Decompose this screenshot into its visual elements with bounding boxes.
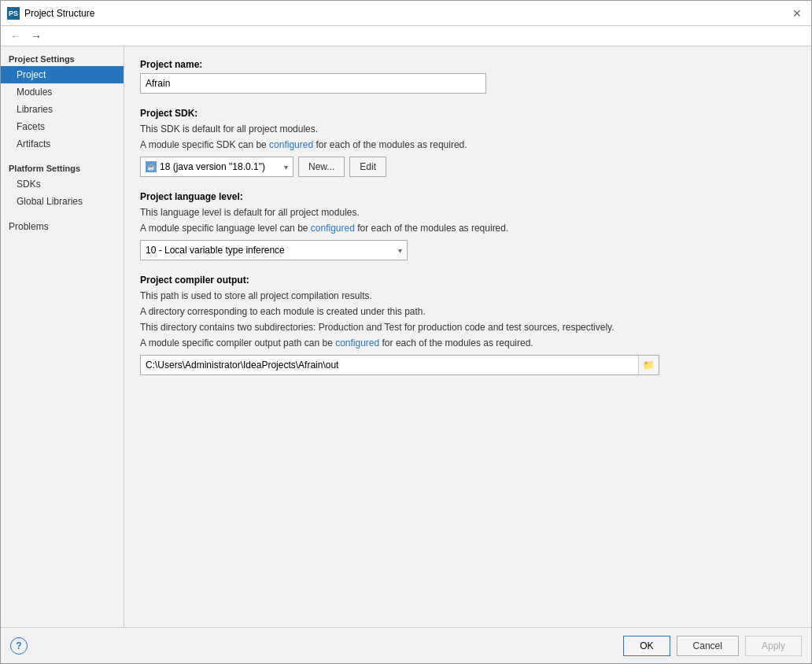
compiler-output-label: Project compiler output: [140, 275, 795, 286]
close-button[interactable]: ✕ [789, 6, 805, 21]
main-content: Project name: Project SDK: This SDK is d… [124, 46, 811, 627]
compiler-desc1: This path is used to store all project c… [140, 289, 795, 303]
project-name-input[interactable] [140, 73, 486, 94]
help-button[interactable]: ? [10, 637, 28, 655]
sdk-dropdown-arrow: ▾ [284, 163, 288, 172]
project-name-label: Project name: [140, 59, 795, 70]
language-level-label: Project language level: [140, 191, 795, 202]
forward-button[interactable]: → [28, 28, 45, 44]
project-sdk-section: Project SDK: This SDK is default for all… [140, 108, 795, 177]
sidebar-item-sdks[interactable]: SDKs [1, 175, 124, 193]
sdk-edit-button[interactable]: Edit [349, 157, 386, 177]
language-desc1: This language level is default for all p… [140, 205, 795, 219]
sidebar: Project Settings Project Modules Librari… [1, 46, 124, 627]
footer-buttons: OK Cancel Apply [623, 636, 802, 656]
output-path-row: 📁 [140, 355, 659, 375]
language-dropdown[interactable]: 10 - Local variable type inference ▾ [140, 240, 408, 260]
back-button[interactable]: ← [7, 28, 24, 44]
browse-folder-button[interactable]: 📁 [638, 356, 659, 374]
sdk-selected-value: 18 (java version "18.0.1") [160, 161, 265, 172]
compiler-desc2: A directory corresponding to each module… [140, 304, 795, 319]
sidebar-item-facets[interactable]: Facets [1, 118, 124, 135]
title-bar-left: PS Project Structure [7, 7, 94, 20]
compiler-desc3: This directory contains two subdirectori… [140, 320, 795, 334]
app-icon: PS [7, 7, 20, 20]
cancel-button[interactable]: Cancel [677, 636, 739, 656]
toolbar: ← → [1, 26, 811, 46]
footer: ? OK Cancel Apply [1, 627, 811, 663]
sidebar-item-global-libraries[interactable]: Global Libraries [1, 193, 124, 210]
sidebar-item-artifacts[interactable]: Artifacts [1, 135, 124, 153]
sdk-desc1: This SDK is default for all project modu… [140, 122, 795, 136]
sdk-desc2: A module specific SDK can be configured … [140, 138, 795, 152]
window-title: Project Structure [24, 8, 94, 19]
title-bar: PS Project Structure ✕ [1, 1, 811, 26]
project-sdk-label: Project SDK: [140, 108, 795, 119]
language-desc2: A module specific language level can be … [140, 221, 795, 235]
sidebar-item-modules[interactable]: Modules [1, 83, 124, 101]
sidebar-item-libraries[interactable]: Libraries [1, 101, 124, 118]
sidebar-item-project[interactable]: Project [1, 66, 124, 83]
compiler-output-section: Project compiler output: This path is us… [140, 275, 795, 375]
apply-button[interactable]: Apply [745, 636, 802, 656]
sdk-new-button[interactable]: New... [298, 157, 345, 177]
project-name-section: Project name: [140, 59, 795, 94]
sidebar-item-problems[interactable]: Problems [1, 218, 124, 235]
project-structure-dialog: PS Project Structure ✕ ← → Project Setti… [0, 0, 812, 664]
language-level-section: Project language level: This language le… [140, 191, 795, 260]
sdk-row: ☕ 18 (java version "18.0.1") ▾ New... Ed… [140, 157, 795, 177]
compiler-output-input[interactable] [141, 357, 638, 373]
compiler-desc4: A module specific compiler output path c… [140, 336, 795, 350]
java-sdk-icon: ☕ [146, 161, 157, 172]
language-dropdown-arrow: ▾ [398, 246, 402, 255]
language-selected-value: 10 - Local variable type inference [146, 245, 285, 256]
content-area: Project Settings Project Modules Librari… [1, 46, 811, 627]
project-settings-label: Project Settings [1, 50, 124, 66]
sdk-dropdown[interactable]: ☕ 18 (java version "18.0.1") ▾ [140, 157, 293, 177]
platform-settings-label: Platform Settings [1, 159, 124, 175]
ok-button[interactable]: OK [623, 636, 670, 656]
